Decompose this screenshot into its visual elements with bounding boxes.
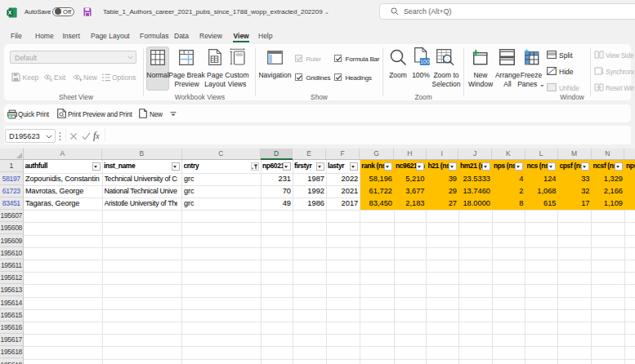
svg-text:100: 100 — [420, 59, 430, 64]
svg-text:X: X — [7, 9, 11, 16]
